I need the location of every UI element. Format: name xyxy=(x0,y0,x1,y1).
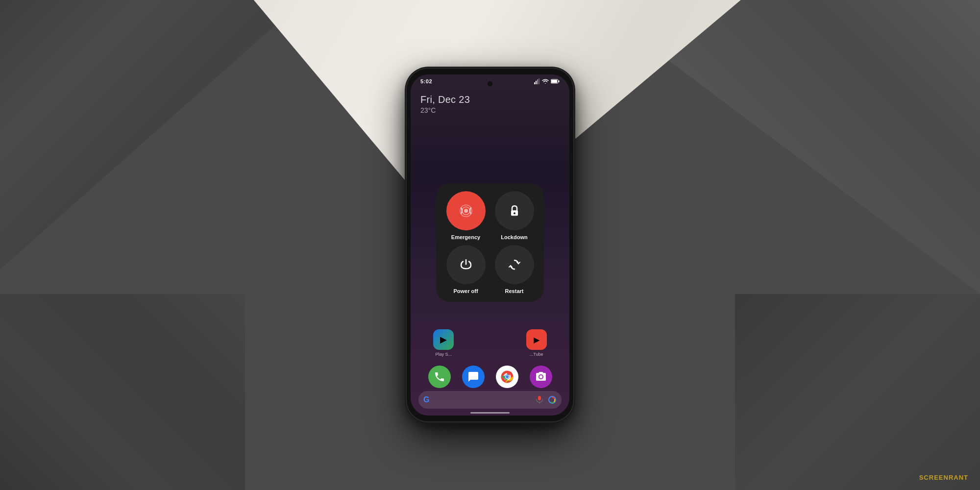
phone-app-icon[interactable] xyxy=(428,366,451,388)
date-display: Fri, Dec 23 xyxy=(420,94,560,105)
play-store-app: ▶ Play S... xyxy=(433,329,454,357)
messages-app[interactable] xyxy=(462,366,485,388)
lens-icon xyxy=(548,395,557,404)
lockdown-btn-circle[interactable] xyxy=(495,191,534,230)
lockdown-label: Lockdown xyxy=(501,234,527,240)
chrome-app-icon[interactable] xyxy=(496,366,518,388)
chrome-icon xyxy=(499,368,515,385)
status-time: 5:02 xyxy=(420,78,432,84)
status-icons xyxy=(534,78,560,84)
svg-rect-1 xyxy=(536,81,537,84)
restart-button[interactable]: Restart xyxy=(492,245,536,294)
search-bar[interactable]: G xyxy=(418,391,562,409)
power-off-btn-circle[interactable] xyxy=(446,245,486,284)
phone-body: 5:02 xyxy=(407,69,573,421)
wifi-icon xyxy=(542,79,549,84)
camera-notch xyxy=(488,81,492,86)
messages-icon xyxy=(467,371,479,383)
weather-display: 23°C xyxy=(420,106,560,114)
emergency-icon xyxy=(458,203,474,219)
svg-rect-0 xyxy=(534,82,535,84)
play-store-label: Play S... xyxy=(436,352,452,357)
search-right-icons xyxy=(535,395,557,404)
svg-rect-17 xyxy=(538,396,541,400)
youtube-icon: ▶ xyxy=(526,329,547,350)
lockdown-button[interactable]: Lockdown xyxy=(492,191,536,240)
mic-icon xyxy=(535,395,544,404)
youtube-app: ▶ ...Tube xyxy=(526,329,547,357)
watermark-screen: SCREEN xyxy=(919,474,949,481)
watermark-rant: RANT xyxy=(949,474,968,481)
restart-icon xyxy=(508,258,521,271)
watermark: SCREENRANT xyxy=(919,474,968,481)
phone-icon xyxy=(434,371,445,383)
chrome-app[interactable] xyxy=(496,366,518,388)
home-indicator xyxy=(470,412,510,414)
camera-icon xyxy=(535,371,547,383)
svg-point-9 xyxy=(464,209,468,213)
svg-point-11 xyxy=(514,212,515,214)
youtube-label: ...Tube xyxy=(530,352,543,357)
restart-label: Restart xyxy=(505,288,524,294)
emergency-btn-circle[interactable] xyxy=(446,191,486,230)
power-off-button[interactable]: Power off xyxy=(444,245,488,294)
battery-icon xyxy=(551,79,560,84)
svg-rect-2 xyxy=(537,79,538,84)
camera-app-icon[interactable] xyxy=(530,366,552,388)
emergency-label: Emergency xyxy=(451,234,480,240)
power-off-label: Power off xyxy=(453,288,478,294)
play-store-icon: ▶ xyxy=(433,329,454,350)
svg-point-16 xyxy=(506,375,509,378)
google-g: G xyxy=(423,395,429,404)
lock-icon xyxy=(508,204,521,218)
app-row-behind: ▶ Play S... ▶ ...Tube xyxy=(411,329,569,357)
granite-bottomright xyxy=(735,294,980,490)
svg-rect-5 xyxy=(559,80,560,82)
bottom-dock xyxy=(411,366,569,388)
power-icon xyxy=(459,258,473,271)
svg-rect-3 xyxy=(539,78,539,84)
granite-bottomleft xyxy=(0,294,245,490)
date-weather-area: Fri, Dec 23 23°C xyxy=(411,86,569,120)
messages-app-icon[interactable] xyxy=(462,366,485,388)
svg-rect-6 xyxy=(551,80,557,83)
phone-screen: 5:02 xyxy=(411,74,569,416)
restart-btn-circle[interactable] xyxy=(495,245,534,284)
phone-app[interactable] xyxy=(428,366,451,388)
emergency-button[interactable]: Emergency xyxy=(444,191,488,240)
phone-device: 5:02 xyxy=(407,69,573,421)
signal-icon xyxy=(534,78,540,84)
power-menu: Emergency Lockdown xyxy=(436,183,544,302)
camera-app[interactable] xyxy=(530,366,552,388)
